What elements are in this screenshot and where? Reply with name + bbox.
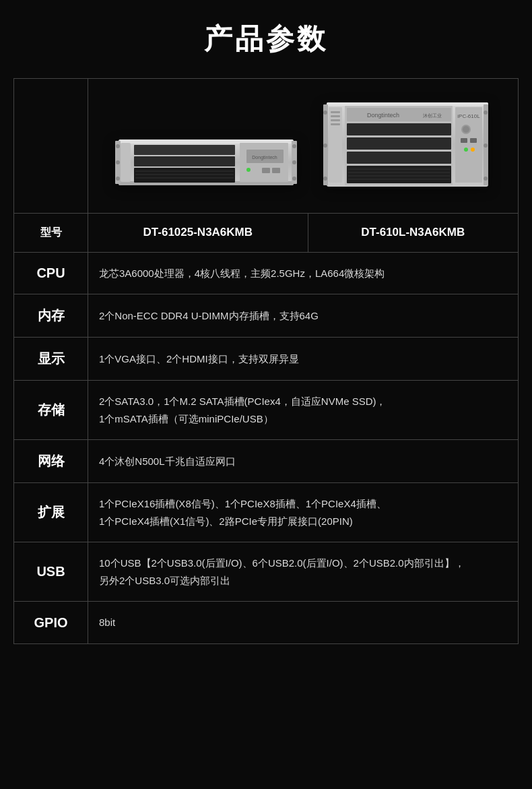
svg-rect-37 <box>347 152 451 164</box>
svg-point-57 <box>323 144 327 148</box>
svg-rect-5 <box>134 156 235 166</box>
svg-rect-26 <box>329 107 342 183</box>
svg-rect-35 <box>347 123 451 135</box>
spec-value-4: 4个沐创N500L千兆自适应网口 <box>88 440 519 483</box>
svg-text:沐创工业: 沐创工业 <box>423 113 442 118</box>
svg-point-58 <box>323 177 327 181</box>
images-label-cell <box>14 79 88 214</box>
spec-row-4: 网络4个沐创N500L千兆自适应网口 <box>14 440 519 483</box>
images-cell: Dongtintech <box>88 79 519 214</box>
svg-point-21 <box>292 144 296 148</box>
svg-rect-27 <box>331 111 340 113</box>
spec-value-6: 10个USB【2个USB3.0(后置I/O)、6个USB2.0(后置I/O)、2… <box>88 542 519 602</box>
svg-rect-38 <box>347 166 451 183</box>
svg-rect-36 <box>347 137 451 150</box>
svg-text:iPC-610L: iPC-610L <box>457 113 480 119</box>
spec-row-7: GPIO8bit <box>14 602 519 644</box>
svg-text:Dongtintech: Dongtintech <box>252 155 277 160</box>
svg-point-49 <box>464 148 468 152</box>
svg-point-52 <box>484 111 488 115</box>
spec-label-2: 显示 <box>14 338 88 381</box>
spec-value-2: 1个VGA接口、2个HDMI接口，支持双屏异显 <box>88 338 519 381</box>
svg-point-53 <box>484 144 488 148</box>
svg-point-54 <box>484 177 488 181</box>
model-1-value: DT-61025-N3A6KMB <box>88 214 308 253</box>
spec-row-0: CPU龙芯3A6000处理器，4核八线程，主频2.5GHz，LA664微核架构 <box>14 252 519 294</box>
spec-label-5: 扩展 <box>14 483 88 542</box>
svg-point-17 <box>116 144 120 148</box>
model-2-value: DT-610L-N3A6KMB <box>308 214 518 253</box>
page-title: 产品参数 <box>13 20 519 58</box>
spec-value-5: 1个PCIeX16插槽(X8信号)、1个PCIeX8插槽、1个PCIeX4插槽、… <box>88 483 519 542</box>
spec-row-3: 存储2个SATA3.0，1个M.2 SATA插槽(PCIex4，自适应NVMe … <box>14 381 519 440</box>
spec-label-7: GPIO <box>14 602 88 644</box>
svg-point-13 <box>246 168 251 172</box>
page-wrapper: 产品参数 <box>0 0 532 671</box>
svg-rect-4 <box>134 145 235 155</box>
svg-rect-30 <box>331 123 340 125</box>
svg-point-46 <box>463 126 469 133</box>
spec-value-1: 2个Non-ECC DDR4 U-DIMM内存插槽，支持64G <box>88 294 519 338</box>
svg-rect-3 <box>121 143 131 182</box>
images-row: Dongtintech <box>14 79 519 214</box>
svg-text:Dongtintech: Dongtintech <box>367 112 399 119</box>
spec-value-3: 2个SATA3.0，1个M.2 SATA插槽(PCIex4，自适应NVMe SS… <box>88 381 519 440</box>
spec-row-1: 内存2个Non-ECC DDR4 U-DIMM内存插槽，支持64G <box>14 294 519 338</box>
svg-rect-15 <box>272 168 280 173</box>
spec-value-7: 8bit <box>88 602 519 644</box>
spec-label-6: USB <box>14 542 88 602</box>
svg-point-19 <box>116 177 120 181</box>
svg-point-22 <box>292 160 296 164</box>
svg-rect-28 <box>331 115 340 117</box>
spec-label-4: 网络 <box>14 440 88 483</box>
spec-label-3: 存储 <box>14 381 88 440</box>
product-image-1: Dongtintech <box>115 126 297 193</box>
svg-rect-25 <box>327 102 488 106</box>
svg-rect-48 <box>470 138 477 143</box>
spec-row-2: 显示1个VGA接口、2个HDMI接口，支持双屏异显 <box>14 338 519 381</box>
specs-table: Dongtintech <box>13 78 519 644</box>
svg-rect-47 <box>461 138 467 143</box>
specs-tbody: CPU龙芯3A6000处理器，4核八线程，主频2.5GHz，LA664微核架构内… <box>14 252 519 643</box>
spec-row-6: USB10个USB【2个USB3.0(后置I/O)、6个USB2.0(后置I/O… <box>14 542 519 602</box>
product-image-2: Dongtintech 沐创工业 <box>323 99 492 193</box>
spec-value-0: 龙芯3A6000处理器，4核八线程，主频2.5GHz，LA664微核架构 <box>88 252 519 294</box>
svg-rect-29 <box>331 119 340 121</box>
spec-label-1: 内存 <box>14 294 88 338</box>
svg-rect-14 <box>262 168 270 173</box>
model-label: 型号 <box>14 214 88 253</box>
svg-point-56 <box>323 111 327 115</box>
svg-point-23 <box>292 177 296 181</box>
svg-point-18 <box>116 160 120 164</box>
svg-point-50 <box>471 148 475 152</box>
spec-label-0: CPU <box>14 252 88 294</box>
spec-row-5: 扩展1个PCIeX16插槽(X8信号)、1个PCIeX8插槽、1个PCIeX4插… <box>14 483 519 542</box>
header-row: 型号 DT-61025-N3A6KMB DT-610L-N3A6KMB <box>14 214 519 253</box>
svg-rect-6 <box>134 168 235 183</box>
